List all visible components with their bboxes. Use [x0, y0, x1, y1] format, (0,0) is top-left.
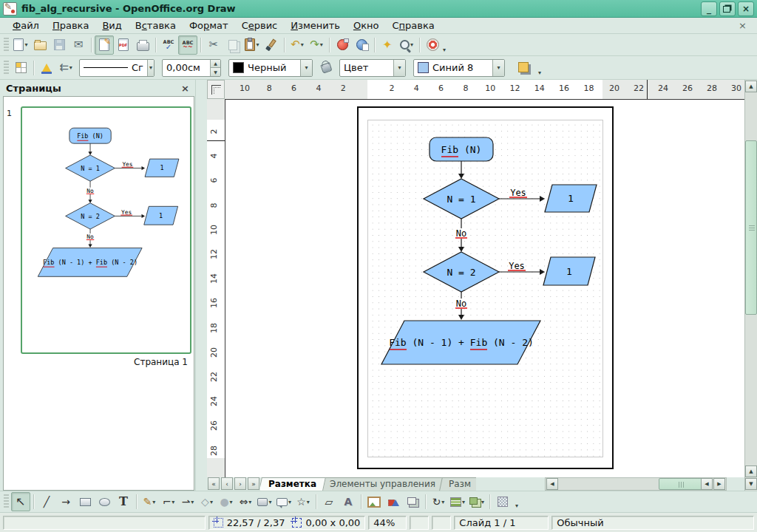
scroll-up-button[interactable]: ▲	[745, 81, 757, 92]
curve-dropdown[interactable]: ▾	[152, 499, 155, 505]
flowchart-output2-shape[interactable]: 1	[543, 257, 595, 285]
line-width-up[interactable]: ▲	[211, 60, 220, 69]
spellcheck-button[interactable]: ABC✓	[159, 35, 178, 55]
connector-dropdown[interactable]: ▾	[172, 499, 174, 505]
interaction-button[interactable]	[493, 492, 512, 511]
paste-dropdown[interactable]: ▾	[256, 41, 259, 48]
help-button[interactable]	[423, 35, 442, 55]
line-width-spinner[interactable]: 0,00см ▲▼	[162, 59, 221, 77]
toolbar-overflow-button[interactable]: ▾	[443, 47, 446, 53]
flowchart-shapes-dropdown[interactable]: ▾	[268, 499, 271, 505]
insert-picture-button[interactable]	[364, 492, 384, 511]
horizontal-ruler[interactable]: 10864224681012141618202224262830	[225, 80, 744, 100]
curve-tool-button[interactable]: ✎▾	[140, 492, 159, 511]
arrow-style-dropdown[interactable]: ▾	[69, 64, 72, 71]
arrow-tool-button[interactable]: →	[56, 492, 75, 511]
horizontal-scrollbar[interactable]: ◀ ◀ ▶	[545, 477, 727, 491]
flowchart-start-shape[interactable]: Fib (N)	[430, 137, 493, 161]
zoom-level-cell[interactable]: 44%	[368, 516, 407, 530]
menu-вставка[interactable]: Вставка	[129, 19, 183, 32]
minimize-button[interactable]: _	[701, 1, 717, 16]
horizontal-scrollbar-thumb[interactable]	[659, 478, 703, 490]
scroll-down-button[interactable]: ▼	[745, 478, 757, 490]
pages-panel-close-button[interactable]: ×	[181, 83, 189, 94]
callouts-dropdown[interactable]: ▾	[288, 499, 291, 505]
rotate-button[interactable]: ↻▾	[429, 492, 448, 511]
fill-type-combo[interactable]: Цвет ▾	[339, 59, 406, 77]
basic-shapes-dropdown[interactable]: ▾	[210, 499, 213, 505]
glue-points-button[interactable]	[37, 58, 56, 78]
basic-shapes-tool-button[interactable]: ◇▾	[197, 492, 217, 511]
undo-dropdown[interactable]: ▾	[301, 41, 304, 48]
navigator-button[interactable]: ✦	[378, 35, 397, 55]
vertical-scrollbar[interactable]: ▲ ▲ ▼	[744, 80, 757, 491]
restore-button[interactable]	[719, 1, 736, 16]
connector-tool-button[interactable]: ⌐▾	[159, 492, 178, 511]
stars-dropdown[interactable]: ▾	[307, 499, 310, 505]
print-button[interactable]	[133, 35, 152, 55]
panel-splitter[interactable]	[195, 80, 208, 491]
menu-формат[interactable]: Формат	[183, 19, 235, 32]
format-paintbrush-button[interactable]	[262, 35, 281, 55]
flowchart-decision2-shape[interactable]: N = 2	[66, 203, 115, 229]
undo-button[interactable]: ↶▾	[288, 35, 307, 55]
toolbar-grip[interactable]	[4, 38, 9, 52]
alignment-dropdown[interactable]: ▾	[462, 499, 465, 505]
page[interactable]: Fib (N) N = 1 Yes 1	[357, 106, 614, 469]
menu-справка[interactable]: Справка	[385, 19, 441, 32]
cut-button[interactable]: ✂	[204, 35, 223, 55]
drawing-area[interactable]: Fib (N) N = 1 Yes 1	[225, 99, 744, 477]
menu-файл[interactable]: Файл	[6, 19, 46, 32]
menu-правка[interactable]: Правка	[46, 19, 95, 32]
edit-points-button[interactable]: ▱	[319, 492, 339, 511]
line-color-dropdown[interactable]: ▾	[300, 60, 312, 76]
line-style-dropdown[interactable]: ▾	[147, 60, 154, 76]
close-button[interactable]: ×	[738, 1, 754, 16]
stars-tool-button[interactable]: ☆▾	[293, 492, 313, 511]
line-tool-button[interactable]: ╱	[37, 492, 56, 511]
redo-dropdown[interactable]: ▾	[320, 41, 323, 48]
tab-nav-last[interactable]: »	[248, 477, 259, 490]
tab-nav-prev[interactable]: ‹	[221, 477, 233, 490]
rectangle-tool-button[interactable]	[75, 492, 95, 511]
edit-file-button[interactable]: ✎	[95, 35, 114, 55]
scroll-right-button[interactable]: ▶	[713, 478, 725, 490]
paste-button[interactable]: ▾	[242, 35, 262, 55]
flowchart-decision2-shape[interactable]: N = 2	[424, 252, 499, 292]
vertical-scrollbar-thumb[interactable]	[745, 140, 757, 315]
vertical-ruler[interactable]: 246810121416182022242628	[207, 99, 225, 477]
toolbar-overflow-button[interactable]: ▾	[515, 502, 518, 509]
flowchart-result-shape[interactable]: Fib (N - 1) + Fib (N - 2)	[381, 321, 540, 364]
tab-элементы-управления[interactable]: Элементы управления	[320, 477, 445, 491]
fill-color-combo[interactable]: Синий 8 ▾	[413, 59, 505, 77]
export-pdf-button[interactable]: PDF	[114, 35, 133, 55]
tab-разметка[interactable]: Разметка	[260, 477, 326, 491]
flowchart-start-shape[interactable]: Fib (N)	[69, 128, 111, 143]
toolbar-grip[interactable]	[4, 61, 9, 75]
flowchart-result-shape[interactable]: Fib (N - 1) + Fib (N - 2)	[38, 248, 142, 277]
tab-nav-first[interactable]: «	[208, 477, 220, 490]
document-close-button[interactable]: ×	[734, 20, 751, 31]
new-document-dropdown[interactable]: ▾	[24, 41, 27, 48]
arrow-style-button[interactable]: ⇇▾	[56, 58, 75, 78]
ruler-origin[interactable]	[207, 80, 225, 99]
page-style-cell[interactable]: Обычный	[551, 516, 754, 530]
open-button[interactable]	[30, 35, 50, 55]
new-document-button[interactable]: ▾	[11, 35, 30, 55]
redo-button[interactable]: ↷▾	[307, 35, 326, 55]
text-tool-button[interactable]: T	[114, 492, 133, 511]
hyperlink-button[interactable]	[352, 35, 371, 55]
fill-type-dropdown[interactable]: ▾	[393, 60, 405, 76]
symbol-shapes-tool-button[interactable]: ●▾	[217, 492, 236, 511]
toolbar-grip[interactable]	[4, 494, 9, 509]
flowchart-decision1-shape[interactable]: N = 1	[424, 179, 499, 219]
line-style-combo[interactable]: Сг ▾	[79, 59, 155, 77]
zoom-dropdown[interactable]: ▾	[410, 41, 413, 48]
grid-button[interactable]	[11, 58, 30, 78]
clone-button[interactable]	[403, 492, 422, 511]
menu-окно[interactable]: Окно	[347, 19, 386, 32]
line-color-combo[interactable]: Черный ▾	[228, 59, 313, 77]
menu-вид[interactable]: Вид	[95, 19, 128, 32]
fill-button[interactable]	[316, 58, 336, 78]
email-button[interactable]: ✉	[69, 35, 88, 55]
